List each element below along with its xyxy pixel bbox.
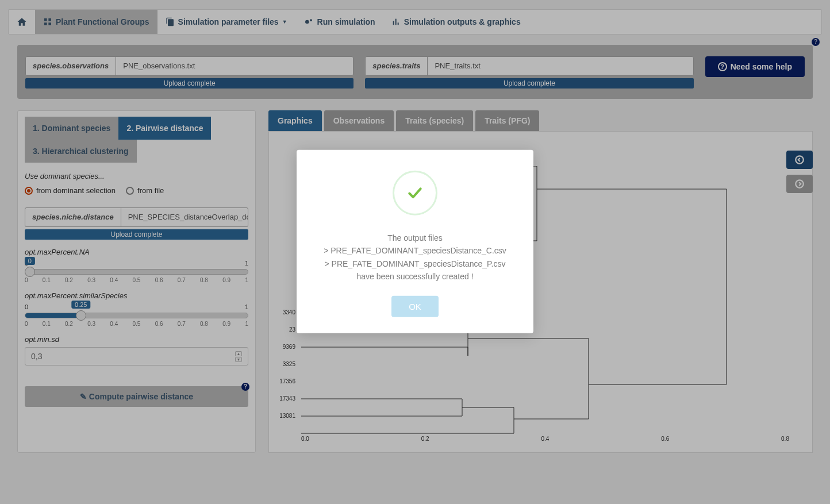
next-graphic-button[interactable] <box>786 175 813 193</box>
nav-simulation-parameter-files[interactable]: Simulation parameter files ▼ <box>157 10 295 34</box>
slider-track[interactable]: 0.25 <box>25 313 248 318</box>
file-label: species.niche.distance <box>25 208 121 226</box>
tab-traits-species[interactable]: Traits (species) <box>396 110 473 131</box>
radio-label: from dominant selection <box>36 186 116 195</box>
nav-label: Plant Functional Groups <box>56 17 149 26</box>
compute-label: Compute pairwise distance <box>89 392 193 401</box>
file-label: species.traits <box>366 57 428 75</box>
svg-rect-3 <box>48 22 51 25</box>
slider-value-bubble: 0 <box>25 257 35 265</box>
slider-title: opt.maxPercent.NA <box>25 248 248 256</box>
tab-pairwise-distance[interactable]: 2. Pairwise distance <box>118 117 211 140</box>
success-modal: The output files > PRE_FATE_DOMINANT_spe… <box>297 150 533 333</box>
tab-hierarchical-clustering[interactable]: 3. Hierarchical clustering <box>25 140 137 163</box>
home-icon <box>17 17 27 27</box>
species-observations-file[interactable]: species.observations PNE_observations.tx… <box>25 56 353 76</box>
upload-panel: ? species.observations PNE_observations.… <box>17 45 813 99</box>
tab-dominant-species[interactable]: 1. Dominant species <box>25 117 118 140</box>
question-icon: ? <box>718 62 727 71</box>
input-title: opt.min.sd <box>25 335 248 344</box>
gears-icon <box>303 17 314 26</box>
compute-pairwise-distance-button[interactable]: ✎ Compute pairwise distance ? <box>25 386 248 407</box>
svg-rect-1 <box>48 18 51 21</box>
slider-max: 1 <box>245 303 248 310</box>
tab-observations[interactable]: Observations <box>324 110 394 131</box>
svg-rect-7 <box>395 19 396 25</box>
svg-point-34 <box>796 156 804 164</box>
slider-opt-maxpercent-similar: opt.maxPercent.similarSpecies 0 1 0.25 0… <box>25 291 248 327</box>
help-label: Need some help <box>731 62 792 71</box>
magic-wand-icon: ✎ <box>80 392 87 401</box>
upload-progress: Upload complete <box>25 229 248 240</box>
left-config-panel: 1. Dominant species 2. Pairwise distance… <box>17 110 256 453</box>
species-traits-file[interactable]: species.traits PNE_traits.txt <box>365 56 693 76</box>
radio-icon <box>126 187 134 195</box>
svg-rect-2 <box>44 22 47 25</box>
svg-rect-0 <box>44 18 47 21</box>
slider-max: 1 <box>245 260 248 267</box>
output-tabs: Graphics Observations Traits (species) T… <box>268 110 813 131</box>
tab-traits-pfg[interactable]: Traits (PFG) <box>475 110 539 131</box>
nav-plant-functional-groups[interactable]: Plant Functional Groups <box>35 10 157 34</box>
grid-icon <box>43 17 52 26</box>
slider-ticks: 00.10.20.30.40.50.60.70.80.91 <box>25 277 248 283</box>
number-spinner[interactable]: ▲▼ <box>235 351 242 362</box>
file-label: species.observations <box>26 57 116 75</box>
modal-message: The output files > PRE_FATE_DOMINANT_spe… <box>310 232 520 283</box>
need-help-button[interactable]: ? Need some help <box>705 56 805 77</box>
svg-point-4 <box>305 20 309 24</box>
svg-point-5 <box>310 19 312 21</box>
use-dominant-label: Use dominant species... <box>25 172 248 180</box>
slider-title: opt.maxPercent.similarSpecies <box>25 291 248 300</box>
slider-track[interactable]: 0 <box>25 269 248 275</box>
nav-label: Simulation outputs & graphics <box>404 17 521 26</box>
nav-simulation-outputs[interactable]: Simulation outputs & graphics <box>383 10 529 34</box>
help-icon[interactable]: ? <box>812 38 820 46</box>
slider-min: 0 <box>25 303 28 310</box>
upload-progress: Upload complete <box>25 78 353 89</box>
svg-rect-8 <box>397 22 398 25</box>
species-niche-distance-file[interactable]: species.niche.distance PNE_SPECIES_dista… <box>25 207 248 227</box>
radio-from-file[interactable]: from file <box>126 186 164 195</box>
file-value: PNE_observations.txt <box>116 57 202 75</box>
tab-graphics[interactable]: Graphics <box>268 110 322 131</box>
radio-from-selection[interactable]: from dominant selection <box>25 186 116 195</box>
nav-home[interactable] <box>9 10 35 34</box>
svg-rect-6 <box>393 21 394 25</box>
radio-label: from file <box>137 186 164 195</box>
file-value: PNE_traits.txt <box>428 57 487 75</box>
dendro-leaf-labels: 3340 23 9369 3325 17356 17343 13081 <box>275 304 295 425</box>
opt-min-sd-input[interactable]: 0,3 ▲▼ <box>25 347 248 366</box>
slider-value-bubble: 0.25 <box>71 301 90 309</box>
success-check-icon <box>393 171 437 216</box>
nav-run-simulation[interactable]: Run simulation <box>295 10 383 34</box>
svg-point-35 <box>796 180 804 188</box>
chevron-down-icon: ▼ <box>282 19 287 25</box>
file-value: PNE_SPECIES_distanceOverlap_dominan <box>121 208 248 226</box>
upload-progress: Upload complete <box>365 78 693 89</box>
copy-icon <box>166 17 175 26</box>
prev-graphic-button[interactable] <box>786 151 813 169</box>
slider-fill <box>25 313 81 318</box>
graphic-nav-arrows <box>786 151 813 193</box>
step-tabs: 1. Dominant species 2. Pairwise distance… <box>25 117 248 163</box>
nav-label: Simulation parameter files <box>178 17 279 26</box>
slider-ticks: 00.10.20.30.40.50.60.70.80.91 <box>25 321 248 327</box>
x-axis-ticks: 0.0 0.2 0.4 0.6 0.8 <box>301 436 789 442</box>
slider-handle[interactable] <box>25 267 35 277</box>
slider-opt-maxpercent-na: opt.maxPercent.NA 0 1 0 00.10.20.30.40.5… <box>25 248 248 283</box>
top-navbar: Plant Functional Groups Simulation param… <box>8 9 822 34</box>
dominant-source-radio-group: from dominant selection from file <box>25 186 248 195</box>
barchart-icon <box>391 17 401 26</box>
help-icon[interactable]: ? <box>241 383 249 391</box>
slider-handle[interactable] <box>76 310 86 321</box>
modal-ok-button[interactable]: OK <box>391 295 439 317</box>
input-value: 0,3 <box>31 352 42 361</box>
nav-label: Run simulation <box>317 17 375 26</box>
opt-min-sd-block: opt.min.sd 0,3 ▲▼ <box>25 335 248 366</box>
radio-icon <box>25 187 33 195</box>
